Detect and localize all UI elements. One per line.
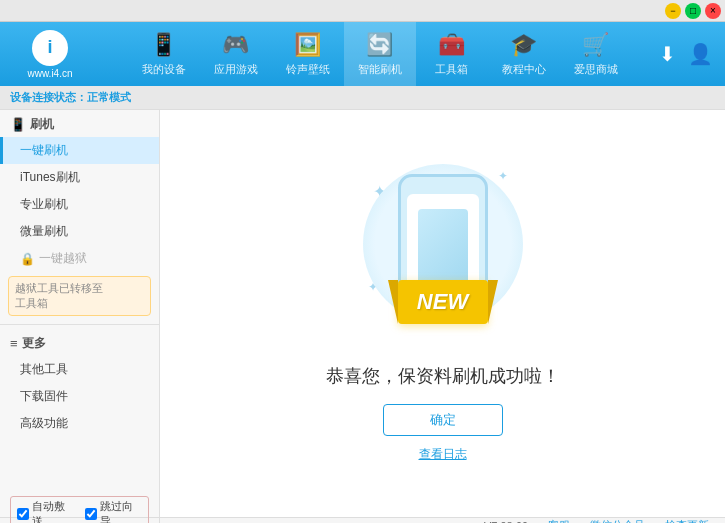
footer-right: V7.98.66 客服 微信公众号 检查更新 xyxy=(160,518,725,523)
phone-screen-content xyxy=(418,209,468,289)
new-badge-text: NEW xyxy=(417,289,468,315)
close-button[interactable]: × xyxy=(705,3,721,19)
nav-item-smart-flash-label: 智能刷机 xyxy=(358,62,402,77)
advanced-label: 高级功能 xyxy=(20,416,68,430)
header: i www.i4.cn 📱 我的设备 🎮 应用游戏 🖼️ 铃声壁纸 🔄 智能刷机… xyxy=(0,22,725,86)
tutorial-icon: 🎓 xyxy=(510,32,537,58)
confirm-button[interactable]: 确定 xyxy=(383,404,503,436)
auto-connect-checkbox[interactable]: 自动敷送 xyxy=(17,499,75,524)
logo[interactable]: i www.i4.cn xyxy=(0,22,100,87)
title-bar: － □ × xyxy=(0,0,725,22)
nav-item-tutorial[interactable]: 🎓 教程中心 xyxy=(488,22,560,86)
nav-item-toolbox[interactable]: 🧰 工具箱 xyxy=(416,22,488,86)
footer-bar: 自动敷送 跳过向导 📱 iPhone 12 mini 64GB Down-12m… xyxy=(0,517,725,523)
sidebar-divider-1 xyxy=(0,324,159,325)
sidebar-item-download-firmware[interactable]: 下载固件 xyxy=(0,383,159,410)
sidebar-item-one-click-flash[interactable]: 一键刷机 xyxy=(0,137,159,164)
auto-connect-input[interactable] xyxy=(17,508,29,520)
main-panel: ✦ ✦ ✦ NEW 恭喜您，保资料刷机成功啦！ 确定 查看日志 xyxy=(160,110,725,517)
nav-item-tutorial-label: 教程中心 xyxy=(502,62,546,77)
nav-item-smart-flash[interactable]: 🔄 智能刷机 xyxy=(344,22,416,86)
itunes-flash-label: iTunes刷机 xyxy=(20,170,80,184)
success-illustration: ✦ ✦ ✦ NEW xyxy=(353,164,533,344)
download-firmware-label: 下载固件 xyxy=(20,389,68,403)
blog-link[interactable]: 查看日志 xyxy=(419,446,467,463)
success-message: 恭喜您，保资料刷机成功啦！ xyxy=(326,364,560,388)
nav-item-apps[interactable]: 🎮 应用游戏 xyxy=(200,22,272,86)
auto-connect-label: 自动敷送 xyxy=(32,499,75,524)
nav-item-shop-label: 爱思商城 xyxy=(574,62,618,77)
sidebar-item-other-tools[interactable]: 其他工具 xyxy=(0,356,159,383)
sidebar-section-flash: 📱 刷机 xyxy=(0,110,159,137)
sidebar-jailbreak-notice: 越狱工具已转移至工具箱 xyxy=(8,276,151,316)
sidebar-item-jailbreak-locked: 🔒 一键越狱 xyxy=(0,245,159,272)
other-tools-label: 其他工具 xyxy=(20,362,68,376)
flash-section-icon: 📱 xyxy=(10,117,26,132)
sidebar-section-more: ≡ 更多 xyxy=(0,329,159,356)
sidebar-item-pro-flash[interactable]: 专业刷机 xyxy=(0,191,159,218)
apps-icon: 🎮 xyxy=(222,32,249,58)
user-button[interactable]: 👤 xyxy=(688,42,713,66)
nav-item-shop[interactable]: 🛒 爱思商城 xyxy=(560,22,632,86)
footer-left: 自动敷送 跳过向导 📱 iPhone 12 mini 64GB Down-12m… xyxy=(0,518,160,523)
nav-item-toolbox-label: 工具箱 xyxy=(435,62,468,77)
wechat-link[interactable]: 微信公众号 xyxy=(590,518,645,523)
status-label: 设备连接状态： xyxy=(10,91,87,103)
minimize-button[interactable]: － xyxy=(665,3,681,19)
nav-item-my-device-label: 我的设备 xyxy=(142,62,186,77)
new-badge: NEW xyxy=(398,280,488,324)
use-guide-checkbox[interactable]: 跳过向导 xyxy=(85,499,143,524)
device-status-bar: 设备连接状态：正常模式 xyxy=(0,86,725,110)
micro-flash-label: 微量刷机 xyxy=(20,224,68,238)
header-right: ⬇ 👤 xyxy=(659,42,725,66)
nav-item-wallpaper-label: 铃声壁纸 xyxy=(286,62,330,77)
restore-button[interactable]: □ xyxy=(685,3,701,19)
download-button[interactable]: ⬇ xyxy=(659,42,676,66)
logo-icon: i xyxy=(32,30,68,66)
toolbox-icon: 🧰 xyxy=(438,32,465,58)
nav-item-apps-label: 应用游戏 xyxy=(214,62,258,77)
flash-section-label: 刷机 xyxy=(30,116,54,133)
more-section-icon: ≡ xyxy=(10,336,18,351)
sidebar: 📱 刷机 一键刷机 iTunes刷机 专业刷机 微量刷机 🔒 一键越狱 越狱工具… xyxy=(0,110,160,517)
content-area: 📱 刷机 一键刷机 iTunes刷机 专业刷机 微量刷机 🔒 一键越狱 越狱工具… xyxy=(0,110,725,517)
logo-text: www.i4.cn xyxy=(27,68,72,79)
pro-flash-label: 专业刷机 xyxy=(20,197,68,211)
status-value: 正常模式 xyxy=(87,91,131,103)
sidebar-item-itunes-flash[interactable]: iTunes刷机 xyxy=(0,164,159,191)
one-click-flash-label: 一键刷机 xyxy=(20,143,68,157)
sidebar-item-advanced[interactable]: 高级功能 xyxy=(0,410,159,437)
shop-icon: 🛒 xyxy=(582,32,609,58)
lock-icon: 🔒 xyxy=(20,252,35,266)
nav-item-my-device[interactable]: 📱 我的设备 xyxy=(128,22,200,86)
service-link[interactable]: 客服 xyxy=(548,518,570,523)
smart-flash-icon: 🔄 xyxy=(366,32,393,58)
use-guide-label: 跳过向导 xyxy=(100,499,143,524)
sparkle-icon-2: ✦ xyxy=(498,169,508,183)
more-section-label: 更多 xyxy=(22,335,46,352)
jailbreak-label: 一键越狱 xyxy=(39,250,87,267)
notice-text: 越狱工具已转移至工具箱 xyxy=(15,282,103,309)
sidebar-item-micro-flash[interactable]: 微量刷机 xyxy=(0,218,159,245)
update-link[interactable]: 检查更新 xyxy=(665,518,709,523)
wallpaper-icon: 🖼️ xyxy=(294,32,321,58)
version-text: V7.98.66 xyxy=(484,520,528,524)
nav-bar: 📱 我的设备 🎮 应用游戏 🖼️ 铃声壁纸 🔄 智能刷机 🧰 工具箱 🎓 教程中… xyxy=(100,22,659,86)
nav-item-wallpaper[interactable]: 🖼️ 铃声壁纸 xyxy=(272,22,344,86)
use-guide-input[interactable] xyxy=(85,508,97,520)
my-device-icon: 📱 xyxy=(150,32,177,58)
